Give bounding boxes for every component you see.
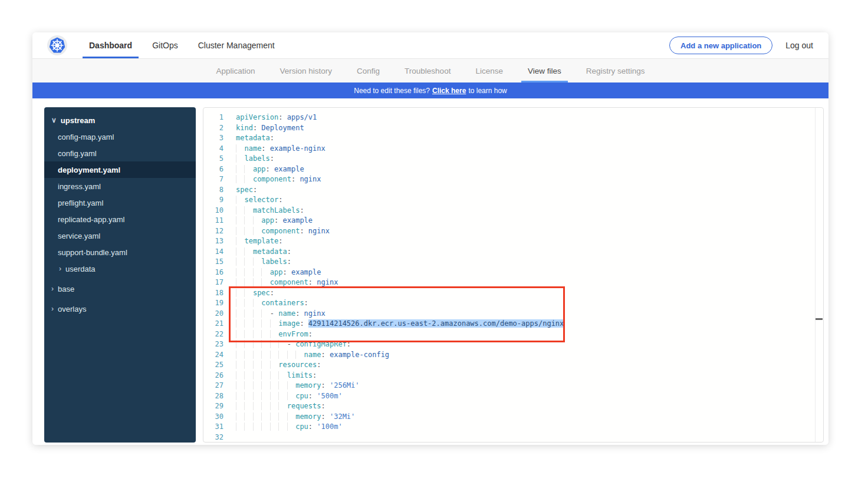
tree-label: support-bundle.yaml — [58, 248, 127, 257]
code-line[interactable]: 4 name: example-nginx — [203, 144, 823, 154]
line-number: 22 — [203, 329, 223, 340]
line-number: 24 — [203, 350, 223, 361]
code-line[interactable]: 3metadata: — [203, 133, 823, 144]
line-number: 8 — [203, 185, 223, 196]
code-line[interactable]: 12 component: nginx — [203, 226, 823, 237]
top-navbar: Dashboard GitOps Cluster Management Add … — [32, 32, 828, 59]
tab-troubleshoot[interactable]: Troubleshoot — [392, 59, 463, 82]
tree-label: service.yaml — [58, 232, 100, 240]
code-line[interactable]: 29 requests: — [203, 401, 823, 412]
admin-console-window: Dashboard GitOps Cluster Management Add … — [32, 32, 828, 445]
tree-folder-upstream[interactable]: ∨ upstream — [44, 112, 196, 128]
line-number: 7 — [203, 174, 223, 185]
code-line[interactable]: 16 app: example — [203, 268, 823, 278]
tree-file-deployment[interactable]: deployment.yaml — [44, 161, 196, 178]
line-number: 4 — [203, 144, 223, 154]
code-line[interactable]: 26 limits: — [203, 371, 823, 381]
code-text: cpu: '100m' — [223, 422, 343, 433]
code-line[interactable]: 25 resources: — [203, 360, 823, 371]
tree-label: overlays — [58, 305, 86, 313]
code-line[interactable]: 11 app: example — [203, 216, 823, 226]
line-number: 28 — [203, 391, 223, 402]
code-line[interactable]: 18 spec: — [203, 288, 823, 299]
tree-label: replicated-app.yaml — [58, 215, 124, 224]
line-number: 30 — [203, 412, 223, 422]
code-line[interactable]: 20 - name: nginx — [203, 309, 823, 319]
file-tree-sidebar: ∨ upstream config-map.yaml config.yaml d… — [44, 107, 196, 443]
code-line[interactable]: 13 template: — [203, 236, 823, 247]
tab-registry-settings[interactable]: Registry settings — [574, 59, 657, 82]
code-line[interactable]: 21 image: 429114214526.dkr.ecr.us-east-2… — [203, 319, 823, 329]
line-number: 9 — [203, 195, 223, 206]
selected-text: 429114214526.dkr.ecr.us-east-2.amazonaws… — [308, 319, 565, 328]
code-line[interactable]: 17 component: nginx — [203, 278, 823, 288]
code-line[interactable]: 28 cpu: '500m' — [203, 391, 823, 402]
code-line[interactable]: 8spec: — [203, 185, 823, 196]
code-line[interactable]: 23 - configMapRef: — [203, 339, 823, 350]
code-line[interactable]: 19 containers: — [203, 298, 823, 309]
code-text: containers: — [223, 298, 308, 309]
tree-file-config-map[interactable]: config-map.yaml — [44, 128, 196, 145]
banner-text-after: to learn how — [468, 87, 507, 95]
code-line[interactable]: 30 memory: '32Mi' — [203, 412, 823, 422]
code-line[interactable]: 1apiVersion: apps/v1 — [203, 113, 823, 123]
code-line[interactable]: 32 — [203, 433, 823, 443]
line-number: 29 — [203, 401, 223, 412]
code-text — [223, 433, 236, 443]
code-text: labels: — [223, 257, 291, 268]
tab-view-files[interactable]: View files — [515, 59, 574, 82]
add-application-button[interactable]: Add a new application — [669, 37, 772, 54]
code-line[interactable]: 2kind: Deployment — [203, 123, 823, 134]
code-line[interactable]: 5 labels: — [203, 154, 823, 164]
code-line[interactable]: 6 app: example — [203, 164, 823, 175]
tree-file-ingress[interactable]: ingress.yaml — [44, 178, 196, 194]
chevron-right-icon: › — [51, 285, 54, 293]
tree-folder-base[interactable]: › base — [44, 280, 196, 297]
editor-scrollbar-track[interactable] — [815, 108, 816, 442]
tree-file-service[interactable]: service.yaml — [44, 227, 196, 244]
code-line[interactable]: 7 component: nginx — [203, 174, 823, 185]
code-text: matchLabels: — [223, 206, 304, 216]
code-line[interactable]: 10 matchLabels: — [203, 206, 823, 216]
code-line[interactable]: 22 envFrom: — [203, 329, 823, 340]
line-number: 11 — [203, 216, 223, 226]
line-number: 20 — [203, 309, 223, 319]
tree-file-replicated-app[interactable]: replicated-app.yaml — [44, 211, 196, 227]
logout-link[interactable]: Log out — [785, 41, 813, 50]
code-text: kind: Deployment — [223, 123, 304, 134]
tree-file-preflight[interactable]: preflight.yaml — [44, 194, 196, 211]
tab-version-history[interactable]: Version history — [268, 59, 345, 82]
tree-folder-overlays[interactable]: › overlays — [44, 301, 196, 317]
tab-config[interactable]: Config — [344, 59, 392, 82]
code-text: spec: — [223, 185, 257, 196]
tree-file-config[interactable]: config.yaml — [44, 145, 196, 161]
yaml-file-editor[interactable]: 1apiVersion: apps/v12kind: Deployment3me… — [203, 107, 824, 443]
nav-item-dashboard[interactable]: Dashboard — [79, 32, 142, 58]
code-line[interactable]: 9 selector: — [203, 195, 823, 206]
tree-label: deployment.yaml — [58, 166, 120, 174]
code-text: app: example — [223, 164, 304, 175]
code-line[interactable]: 31 cpu: '100m' — [203, 422, 823, 433]
code-line[interactable]: 24 name: example-config — [203, 350, 823, 361]
tree-folder-userdata[interactable]: › userdata — [44, 260, 196, 277]
line-number: 27 — [203, 381, 223, 391]
chevron-right-icon: › — [51, 305, 54, 313]
code-text: memory: '256Mi' — [223, 381, 360, 391]
tree-file-support-bundle[interactable]: support-bundle.yaml — [44, 244, 196, 260]
code-line[interactable]: 27 memory: '256Mi' — [203, 381, 823, 391]
code-text: metadata: — [223, 133, 274, 144]
tree-label: preflight.yaml — [58, 199, 103, 207]
view-files-content: ∨ upstream config-map.yaml config.yaml d… — [32, 98, 828, 445]
line-number: 19 — [203, 298, 223, 309]
banner-click-here-link[interactable]: Click here — [432, 87, 466, 95]
tab-application[interactable]: Application — [203, 59, 267, 82]
nav-item-cluster-management[interactable]: Cluster Management — [188, 32, 285, 58]
tab-license[interactable]: License — [463, 59, 515, 82]
code-line[interactable]: 14 metadata: — [203, 247, 823, 257]
code-line[interactable]: 15 labels: — [203, 257, 823, 268]
nav-item-gitops[interactable]: GitOps — [142, 32, 188, 58]
line-number: 6 — [203, 164, 223, 175]
line-number: 14 — [203, 247, 223, 257]
line-number: 26 — [203, 371, 223, 381]
code-text: cpu: '500m' — [223, 391, 343, 402]
